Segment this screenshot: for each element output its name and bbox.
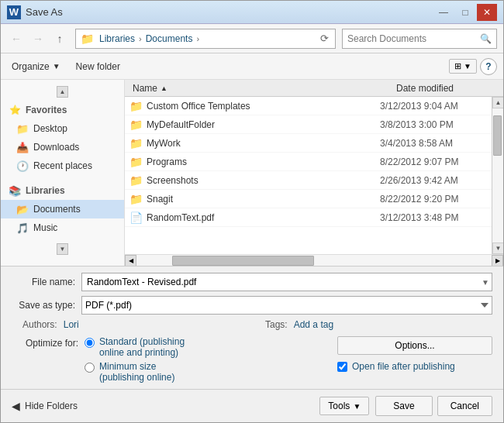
authors-group: Authors: Lori	[22, 319, 250, 330]
address-bar: 📁 Libraries › Documents › ⟳	[75, 29, 336, 49]
file-date-cell: 3/4/2013 8:58 AM	[380, 138, 488, 149]
tools-label: Tools	[328, 401, 350, 411]
file-name-cell: MyDefaultFolder	[147, 119, 380, 130]
breadcrumb-documents[interactable]: Documents	[143, 33, 195, 45]
scroll-thumb[interactable]	[493, 115, 502, 156]
file-date-cell: 8/22/2012 9:20 PM	[380, 194, 488, 205]
favorites-header: Favorites	[1, 101, 124, 119]
open-after-label: Open file after publishing	[352, 361, 455, 372]
tags-group: Tags: Add a tag	[250, 319, 492, 330]
col-name-header[interactable]: Name ▲	[128, 80, 392, 96]
hide-folders-button[interactable]: ◀ Hide Folders	[12, 400, 78, 412]
organize-button[interactable]: Organize ▼	[7, 59, 65, 74]
breadcrumb: Libraries › Documents ›	[97, 33, 316, 45]
savetype-select[interactable]: PDF (*.pdf)	[81, 296, 492, 315]
new-folder-label: New folder	[76, 61, 120, 72]
window-title: Save As	[26, 6, 63, 18]
sidebar-scroll-down[interactable]: ▼	[57, 243, 68, 255]
minimum-label: Minimum size(publishing online)	[99, 361, 174, 383]
file-name-cell: Custom Office Templates	[147, 101, 380, 112]
up-button[interactable]: ↑	[50, 29, 69, 48]
sidebar-label-desktop: Desktop	[33, 123, 67, 134]
file-list-header: Name ▲ Date modified	[125, 80, 503, 97]
file-name-cell: Screenshots	[147, 175, 380, 186]
table-row[interactable]: 📁Programs8/22/2012 9:07 PM	[125, 153, 492, 171]
content-area: ▲ Favorites Desktop Downloads	[1, 80, 503, 266]
table-row[interactable]: 📁Screenshots2/26/2013 9:42 AM	[125, 171, 492, 190]
optimize-row: Optimize for: Standard (publishingonline…	[12, 336, 492, 383]
h-scroll-right[interactable]: ▶	[492, 255, 503, 267]
help-button[interactable]: ?	[480, 58, 497, 75]
bottom-bar: ◀ Hide Folders Tools ▼ Save Cancel	[1, 389, 503, 422]
libraries-header: Libraries	[1, 181, 124, 200]
standard-radio[interactable]	[85, 338, 95, 348]
sidebar: ▲ Favorites Desktop Downloads	[1, 80, 124, 261]
authors-value[interactable]: Lori	[64, 319, 79, 330]
search-box: 🔍	[342, 29, 497, 49]
scroll-down-arrow[interactable]: ▼	[492, 242, 503, 254]
action-bar: Organize ▼ New folder ⊞ ▼ ?	[1, 53, 503, 80]
tools-button[interactable]: Tools ▼	[319, 397, 369, 415]
savetype-row: Save as type: PDF (*.pdf)	[12, 296, 492, 315]
open-after-row: Open file after publishing	[337, 361, 455, 372]
libraries-label: Libraries	[26, 185, 65, 196]
table-row[interactable]: 📁Custom Office Templates3/12/2013 9:04 A…	[125, 97, 492, 115]
table-row[interactable]: 📄RandomText.pdf3/12/2013 3:48 PM	[125, 208, 492, 227]
table-row[interactable]: 📁MyDefaultFolder3/8/2013 3:00 PM	[125, 115, 492, 134]
file-name-cell: Programs	[147, 156, 380, 167]
savetype-wrapper: PDF (*.pdf)	[81, 296, 492, 315]
file-date-cell: 3/8/2013 3:00 PM	[380, 119, 488, 130]
sidebar-item-music[interactable]: Music	[1, 218, 124, 237]
add-tag-link[interactable]: Add a tag	[294, 319, 333, 330]
sidebar-item-desktop[interactable]: Desktop	[1, 119, 124, 138]
file-list-area: Name ▲ Date modified 📁Custom Office Temp…	[125, 80, 503, 266]
favorites-label: Favorites	[26, 105, 67, 115]
sidebar-item-recent[interactable]: Recent places	[1, 156, 124, 175]
view-icon: ⊞	[454, 61, 461, 70]
table-row[interactable]: 📁MyWork3/4/2013 8:58 AM	[125, 134, 492, 153]
music-icon	[16, 222, 29, 234]
open-after-checkbox[interactable]	[337, 362, 347, 372]
folder-icon: 📁	[128, 154, 143, 170]
col-date-header[interactable]: Date modified	[392, 80, 500, 96]
address-toolbar: ← → ↑ 📁 Libraries › Documents › ⟳ 🔍	[1, 24, 503, 53]
options-button[interactable]: Options...	[337, 336, 492, 355]
scroll-up-arrow[interactable]: ▲	[492, 97, 503, 108]
save-button[interactable]: Save	[375, 396, 432, 416]
new-folder-button[interactable]: New folder	[71, 59, 125, 74]
minimum-radio[interactable]	[85, 363, 95, 373]
standard-option[interactable]: Standard (publishingonline and printing)	[85, 336, 185, 358]
filename-input[interactable]	[81, 273, 492, 291]
file-date-cell: 3/12/2013 9:04 AM	[380, 101, 488, 112]
maximize-button[interactable]: □	[455, 4, 475, 21]
forward-button[interactable]: →	[29, 29, 47, 48]
minimize-button[interactable]: —	[433, 4, 454, 21]
star-icon	[9, 104, 21, 116]
savetype-label: Save as type:	[12, 300, 81, 311]
sidebar-item-documents[interactable]: Documents	[1, 200, 124, 218]
cancel-button[interactable]: Cancel	[437, 396, 492, 416]
recent-folder-icon	[16, 160, 29, 172]
search-input[interactable]	[347, 33, 477, 44]
h-scroll-thumb[interactable]	[172, 256, 314, 266]
view-toggle-button[interactable]: ⊞ ▼	[449, 59, 477, 74]
refresh-button[interactable]: ⟳	[319, 31, 330, 46]
filename-row: File name: ▼	[12, 273, 492, 291]
sidebar-scroll-up[interactable]: ▲	[57, 86, 68, 98]
vertical-scrollbar[interactable]: ▲ ▼	[492, 97, 503, 254]
minimum-option[interactable]: Minimum size(publishing online)	[85, 361, 185, 383]
back-button[interactable]: ←	[7, 29, 26, 48]
sidebar-item-downloads[interactable]: Downloads	[1, 138, 124, 156]
h-scroll-left[interactable]: ◀	[125, 255, 136, 267]
optimize-label: Optimize for:	[12, 336, 85, 383]
file-scroll-area: 📁Custom Office Templates3/12/2013 9:04 A…	[125, 97, 503, 254]
app-icon: W	[7, 5, 21, 19]
optimize-options: Standard (publishingonline and printing)…	[85, 336, 185, 383]
sidebar-label-documents: Documents	[33, 204, 81, 215]
table-row[interactable]: 📁Snagit8/22/2012 9:20 PM	[125, 190, 492, 208]
breadcrumb-libraries[interactable]: Libraries	[97, 33, 137, 45]
title-bar-left: W Save As	[7, 5, 63, 19]
scroll-track	[492, 108, 503, 242]
meta-row: Authors: Lori Tags: Add a tag	[12, 319, 492, 330]
close-button[interactable]: ✕	[477, 4, 497, 21]
